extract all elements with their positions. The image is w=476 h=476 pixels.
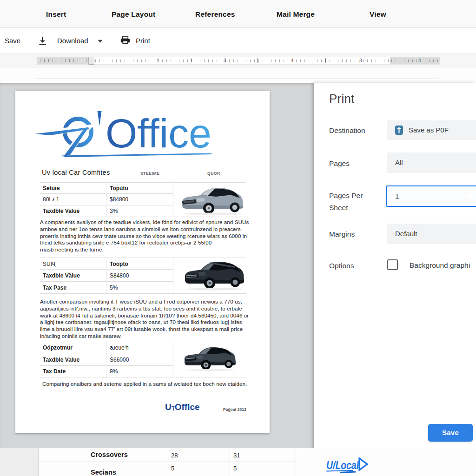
svg-text:U/Local: U/Local <box>326 459 359 471</box>
svg-text:Office: Office <box>106 110 212 156</box>
